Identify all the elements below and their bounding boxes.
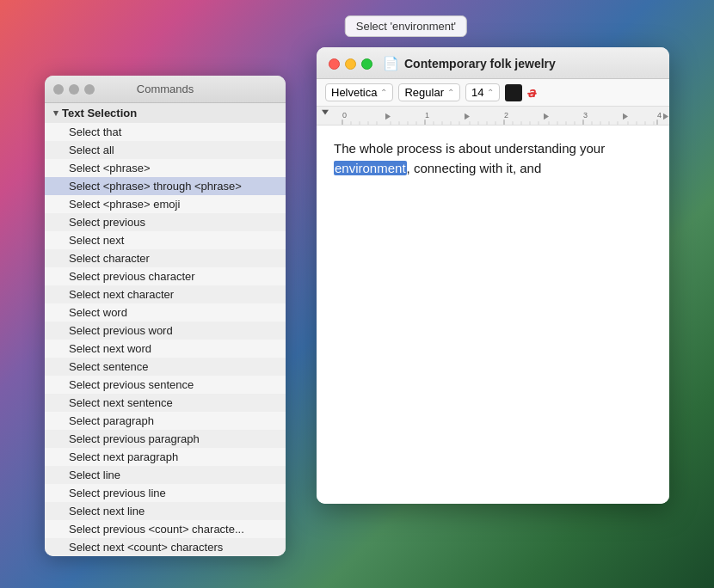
command-item[interactable]: Select sentence <box>45 358 286 376</box>
document-icon: 📄 <box>383 56 399 71</box>
font-size-control[interactable]: 14 ⌃ <box>465 83 500 101</box>
content-before: The whole process is about understanding… <box>334 141 605 156</box>
svg-text:4: 4 <box>657 112 662 120</box>
section-header-text-selection: ▾ Text Selection <box>45 103 286 123</box>
section-label: Text Selection <box>62 107 137 119</box>
command-item[interactable]: Select next word <box>45 340 286 358</box>
command-item[interactable]: Select previous paragraph <box>45 430 286 448</box>
command-item[interactable]: Select previous sentence <box>45 376 286 394</box>
font-style-value: Regular <box>404 86 444 99</box>
editor-window: 📄 Contemporary folk jewelry Helvetica ⌃ … <box>317 47 669 504</box>
font-style-chevron-icon: ⌃ <box>447 88 454 97</box>
command-item[interactable]: Select next line <box>45 502 286 520</box>
commands-list: ▾ Text Selection Select thatSelect allSe… <box>45 103 286 556</box>
command-item[interactable]: Select all <box>45 141 286 159</box>
svg-text:0: 0 <box>342 112 347 120</box>
svg-text:2: 2 <box>504 112 508 120</box>
editor-titlebar: 📄 Contemporary folk jewelry <box>317 47 669 79</box>
font-size-chevron-icon: ⌃ <box>487 88 494 97</box>
font-style-select[interactable]: Regular ⌃ <box>398 83 460 101</box>
command-item[interactable]: Select previous word <box>45 322 286 340</box>
command-item[interactable]: Select <phrase> through <phrase> <box>45 177 286 195</box>
editor-title: Contemporary folk jewelry <box>404 57 556 70</box>
command-item[interactable]: Select next paragraph <box>45 448 286 466</box>
minimize-button-commands[interactable] <box>69 84 79 95</box>
font-family-select[interactable]: Helvetica ⌃ <box>325 83 393 101</box>
commands-panel-title: Commands <box>137 83 194 95</box>
commands-titlebar: Commands <box>45 76 286 103</box>
maximize-button-commands[interactable] <box>84 84 95 95</box>
font-size-value: 14 <box>471 86 483 99</box>
minimize-button-editor[interactable] <box>345 58 356 70</box>
ruler: 0 1 2 <box>317 107 669 126</box>
font-family-value: Helvetica <box>331 86 377 99</box>
maximize-button-editor[interactable] <box>361 58 372 70</box>
svg-text:3: 3 <box>583 112 588 120</box>
command-item[interactable]: Select previous character <box>45 267 286 285</box>
command-item[interactable]: Select next sentence <box>45 394 286 412</box>
editor-toolbar: Helvetica ⌃ Regular ⌃ 14 ⌃ a̶ <box>317 79 669 107</box>
command-item[interactable]: Select that <box>45 123 286 141</box>
command-item[interactable]: Select word <box>45 303 286 322</box>
close-button-editor[interactable] <box>329 58 340 70</box>
command-item[interactable]: Select previous <count> characte... <box>45 520 286 538</box>
commands-panel: Commands ▾ Text Selection Select thatSel… <box>45 76 286 556</box>
titlebar-buttons <box>53 84 95 95</box>
command-item[interactable]: Select <phrase> emoji <box>45 195 286 213</box>
highlighted-word: environment <box>334 161 407 175</box>
command-item[interactable]: Select next <count> characters <box>45 538 286 556</box>
color-swatch[interactable] <box>505 84 522 101</box>
command-item[interactable]: Select character <box>45 249 286 267</box>
editor-content[interactable]: The whole process is about understanding… <box>317 126 669 504</box>
editor-window-buttons <box>329 58 372 70</box>
svg-text:1: 1 <box>425 112 429 120</box>
close-button-commands[interactable] <box>53 84 64 95</box>
content-after: , connecting with it, and <box>407 161 542 175</box>
command-item[interactable]: Select previous <box>45 213 286 231</box>
chevron-down-icon: ▾ <box>53 107 58 119</box>
command-item[interactable]: Select line <box>45 466 286 484</box>
command-item[interactable]: Select <phrase> <box>45 159 286 177</box>
command-item[interactable]: Select next character <box>45 285 286 303</box>
svg-rect-0 <box>317 107 669 125</box>
font-family-chevron-icon: ⌃ <box>380 88 387 97</box>
command-item[interactable]: Select previous line <box>45 484 286 502</box>
command-item[interactable]: Select paragraph <box>45 412 286 430</box>
command-items-container: Select thatSelect allSelect <phrase>Sele… <box>45 123 286 556</box>
strikethrough-icon[interactable]: a̶ <box>527 85 535 101</box>
tooltip-label: Select 'environment' <box>345 15 467 37</box>
command-item[interactable]: Select next <box>45 231 286 249</box>
